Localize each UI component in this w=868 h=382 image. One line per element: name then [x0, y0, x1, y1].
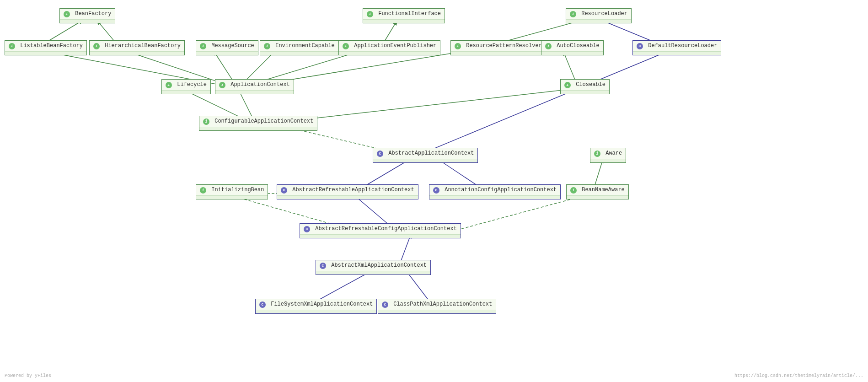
- node-label: BeanFactory: [75, 11, 111, 17]
- class-icon: c: [637, 43, 643, 49]
- node-label: AbstractRefreshableApplicationContext: [292, 187, 414, 193]
- node-label: ResourceLoader: [581, 11, 627, 17]
- diagram-container: i BeanFactory i FunctionalInterface i Re…: [0, 0, 868, 382]
- interface-icon: i: [564, 82, 571, 88]
- interface-icon: i: [594, 151, 600, 157]
- node-label: ListableBeanFactory: [20, 43, 83, 49]
- interface-icon: i: [64, 11, 70, 17]
- node-abstractapplicationcontext: c AbstractApplicationContext: [373, 148, 478, 163]
- node-beanfactory: i BeanFactory: [59, 8, 115, 23]
- node-label: FunctionalInterface: [378, 11, 441, 17]
- class-icon: c: [320, 263, 326, 269]
- node-label: AnnotationConfigApplicationContext: [445, 187, 557, 193]
- node-abstractrefreshableconfigapplicationcontext: c AbstractRefreshableConfigApplicationCo…: [300, 223, 461, 238]
- node-label: ClassPathXmlApplicationContext: [393, 301, 492, 307]
- node-initializingbean: i InitializingBean: [196, 184, 268, 199]
- interface-icon: i: [200, 187, 206, 194]
- node-label: MessageSource: [211, 43, 254, 49]
- interface-icon: i: [570, 187, 577, 194]
- interface-icon: i: [200, 43, 206, 49]
- node-closeable: i Closeable: [560, 79, 610, 94]
- class-icon: c: [377, 151, 383, 157]
- interface-icon: i: [203, 118, 209, 125]
- node-label: DefaultResourceLoader: [648, 43, 717, 49]
- node-hierarchicalbeanfactory: i HierarchicalBeanFactory: [89, 40, 185, 55]
- node-label: ConfigurableApplicationContext: [214, 118, 313, 124]
- node-filesystemxmlapplicationcontext: c FileSystemXmlApplicationContext: [255, 299, 377, 314]
- node-environmentcapable: i EnvironmentCapable: [260, 40, 339, 55]
- node-functionalinterface: i FunctionalInterface: [363, 8, 445, 23]
- node-label: AbstractRefreshableConfigApplicationCont…: [315, 226, 457, 232]
- node-label: HierarchicalBeanFactory: [105, 43, 181, 49]
- node-abstractxmlapplicationcontext: c AbstractXmlApplicationContext: [316, 260, 431, 275]
- node-label: AbstractXmlApplicationContext: [331, 262, 427, 269]
- node-resourcepatternresolver: i ResourcePatternResolver: [450, 40, 546, 55]
- interface-icon: i: [455, 43, 461, 49]
- node-label: ApplicationContext: [230, 81, 290, 88]
- interface-icon: i: [545, 43, 552, 49]
- interface-icon: i: [93, 43, 100, 49]
- node-beannameaware: i BeanNameAware: [566, 184, 629, 199]
- interface-icon: i: [166, 82, 172, 88]
- interface-icon: i: [9, 43, 15, 49]
- class-icon: c: [259, 301, 266, 308]
- node-autocloseable: i AutoCloseable: [541, 40, 604, 55]
- node-label: ApplicationEventPublisher: [354, 43, 436, 49]
- node-label: FileSystemXmlApplicationContext: [271, 301, 373, 307]
- node-label: InitializingBean: [211, 187, 264, 193]
- class-icon: c: [382, 301, 388, 308]
- node-label: Closeable: [576, 81, 605, 88]
- watermark-left: Powered by yFiles: [5, 373, 51, 378]
- node-resourceloader: i ResourceLoader: [566, 8, 632, 23]
- node-applicationeventpublisher: i ApplicationEventPublisher: [338, 40, 440, 55]
- node-abstractrefreshableapplicationcontext: c AbstractRefreshableApplicationContext: [277, 184, 418, 199]
- node-defaultresourceloader: c DefaultResourceLoader: [632, 40, 721, 55]
- node-label: AutoCloseable: [557, 43, 600, 49]
- node-label: AbstractApplicationContext: [388, 150, 474, 156]
- interface-icon: i: [343, 43, 349, 49]
- node-configurableapplicationcontext: i ConfigurableApplicationContext: [199, 116, 317, 131]
- class-icon: c: [304, 226, 310, 232]
- interface-icon: i: [570, 11, 576, 17]
- node-messagesource: i MessageSource: [196, 40, 258, 55]
- node-listablebeanfactory: i ListableBeanFactory: [5, 40, 87, 55]
- svg-line-17: [414, 49, 672, 157]
- node-label: BeanNameAware: [582, 187, 625, 193]
- node-label: ResourcePatternResolver: [466, 43, 542, 49]
- node-classpathxmlapplicationcontext: c ClassPathXmlApplicationContext: [378, 299, 496, 314]
- node-label: Lifecycle: [177, 81, 207, 88]
- interface-icon: i: [219, 82, 225, 88]
- node-annotationconfigapplicationcontext: c AnnotationConfigApplicationContext: [429, 184, 561, 199]
- interface-icon: i: [264, 43, 270, 49]
- node-label: EnvironmentCapable: [275, 43, 335, 49]
- node-aware: i Aware: [590, 148, 626, 163]
- class-icon: c: [281, 187, 287, 194]
- node-lifecycle: i Lifecycle: [161, 79, 211, 94]
- class-icon: c: [433, 187, 439, 194]
- node-label: Aware: [605, 150, 622, 156]
- node-applicationcontext: i ApplicationContext: [215, 79, 294, 94]
- watermark-right: https://blog.csdn.net/thetimelyrain/arti…: [734, 373, 863, 378]
- interface-icon: i: [367, 11, 373, 17]
